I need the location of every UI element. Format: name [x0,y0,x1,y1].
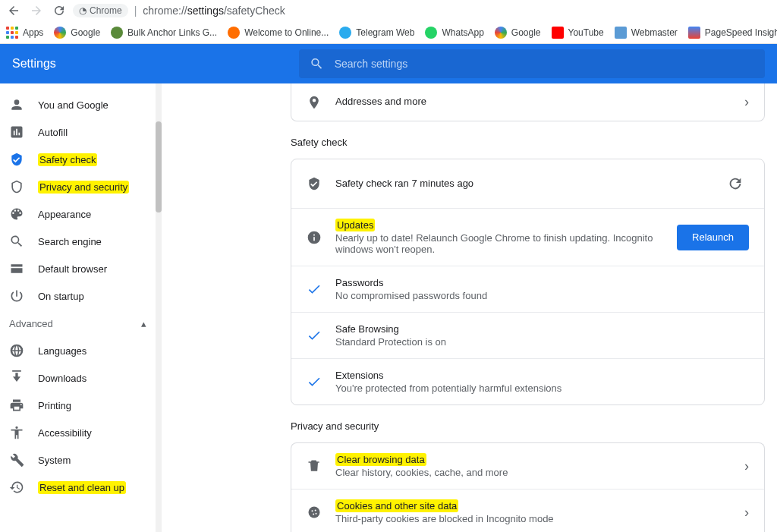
sidebar-item-printing[interactable]: Printing [0,392,156,419]
location-icon [307,95,322,110]
site-icon: ◔ [79,5,87,16]
row-sub: No compromised passwords found [335,290,749,301]
addresses-card: Addresses and more › [291,83,765,121]
bookmark-google[interactable]: Google [54,27,100,39]
webmaster-icon [615,27,627,39]
bookmark-label: Google [71,27,100,38]
row-sub: Standard Protection is on [335,336,749,348]
sidebar-item-on-startup[interactable]: On startup [0,282,156,310]
favicon [228,27,240,39]
search-input[interactable] [335,58,754,70]
sidebar-item-you-and-google[interactable]: You and Google [0,91,156,118]
sidebar-item-downloads[interactable]: Downloads [0,364,156,392]
sidebar-item-label: Appearance [38,209,91,220]
row-title: Cookies and other site data [335,500,731,512]
url-label: Chrome [90,5,122,16]
sidebar-item-default-browser[interactable]: Default browser [0,255,156,282]
accessibility-icon [9,425,24,440]
safety-check-title: Safety check [291,137,765,148]
youtube-icon [552,27,564,39]
sidebar-item-label: Safety check [38,154,97,165]
bookmark-welcome[interactable]: Welcome to Online... [228,27,329,39]
sidebar-item-safety-check[interactable]: Safety check [0,146,156,173]
bookmark-label: Google [511,27,541,38]
bookmark-label: YouTube [568,27,604,38]
bookmark-telegram[interactable]: Telegram Web [339,27,414,39]
bookmark-label: Webmaster [631,27,678,38]
check-icon [307,282,322,297]
check-icon [307,328,322,343]
safety-check-card: Safety check ran 7 minutes ago Updates N… [291,159,765,405]
bookmark-label: Telegram Web [356,27,414,38]
chevron-up-icon: ▴ [141,318,146,329]
browser-icon [9,261,24,276]
bookmark-webmaster[interactable]: Webmaster [615,27,678,39]
rerun-button[interactable] [722,170,749,197]
sidebar-scrollbar[interactable] [156,83,162,532]
search-icon [310,56,324,71]
sidebar-item-accessibility[interactable]: Accessibility [0,419,156,446]
sidebar-advanced-toggle[interactable]: Advanced▴ [0,310,156,337]
person-icon [9,97,24,112]
pagespeed-icon [688,27,700,39]
apps-icon [6,27,18,39]
forward-button[interactable] [27,2,46,20]
reload-button[interactable] [50,2,68,20]
sidebar-item-label: Default browser [38,263,107,275]
download-icon [9,370,24,386]
scrollbar-thumb[interactable] [156,121,162,212]
check-icon [307,374,322,389]
palette-icon [9,206,24,222]
browser-nav-bar: ◔Chrome | chrome://settings/safetyCheck [0,0,777,21]
bookmark-label: PageSpeed Insights [705,27,777,38]
row-title: Clear browsing data [335,454,731,465]
sidebar-advanced-label: Advanced [9,318,53,329]
sidebar-item-label: You and Google [38,99,109,111]
bookmark-google2[interactable]: Google [495,27,541,39]
globe-icon [9,343,24,358]
sidebar-item-autofill[interactable]: Autofill [0,118,156,146]
print-icon [9,398,24,413]
sidebar-item-appearance[interactable]: Appearance [0,200,156,228]
chevron-right-icon: › [744,505,749,521]
sidebar-item-languages[interactable]: Languages [0,337,156,364]
sidebar-item-system[interactable]: System [0,446,156,474]
bookmark-label: Apps [23,27,43,38]
sidebar-item-label: Downloads [38,373,87,384]
chevron-right-icon: › [744,94,749,110]
bookmark-youtube[interactable]: YouTube [552,27,604,39]
row-title: Updates [335,219,663,231]
addresses-row[interactable]: Addresses and more › [291,83,764,121]
google-icon [495,27,507,39]
search-bar[interactable] [299,49,765,78]
clear-data-row[interactable]: Clear browsing dataClear history, cookie… [291,443,764,489]
url-bar[interactable]: ◔Chrome | chrome://settings/safetyCheck [73,4,285,17]
bookmark-whatsapp[interactable]: WhatsApp [425,27,483,39]
relaunch-button[interactable]: Relaunch [677,225,749,250]
bookmark-bulk-anchor[interactable]: Bulk Anchor Links G... [111,27,217,39]
extensions-row: ExtensionsYou're protected from potentia… [291,358,764,405]
google-icon [54,27,66,39]
safety-ran-row: Safety check ran 7 minutes ago [291,159,764,208]
trash-icon [307,458,322,474]
sidebar-item-privacy[interactable]: Privacy and security [0,173,156,200]
svg-point-4 [313,514,314,515]
sidebar-item-reset[interactable]: Reset and clean up [0,474,156,501]
svg-point-2 [312,510,313,512]
updates-row: Updates Nearly up to date! Relaunch Goog… [291,208,764,266]
sidebar-item-search-engine[interactable]: Search engine [0,228,156,255]
info-icon [307,230,322,245]
wrench-icon [9,452,24,467]
row-title: Safety check ran 7 minutes ago [335,178,708,189]
bookmarks-bar: Apps Google Bulk Anchor Links G... Welco… [0,21,777,44]
apps-button[interactable]: Apps [6,27,43,39]
cookies-row[interactable]: Cookies and other site dataThird-party c… [291,489,764,532]
row-title: Passwords [335,277,749,288]
svg-point-5 [316,513,317,515]
sidebar-item-label: Languages [38,345,87,357]
telegram-icon [339,27,351,39]
back-button[interactable] [5,2,23,20]
bookmark-pagespeed[interactable]: PageSpeed Insights [688,27,777,39]
row-sub: Nearly up to date! Relaunch Google Chrom… [335,232,663,255]
power-icon [9,288,24,304]
